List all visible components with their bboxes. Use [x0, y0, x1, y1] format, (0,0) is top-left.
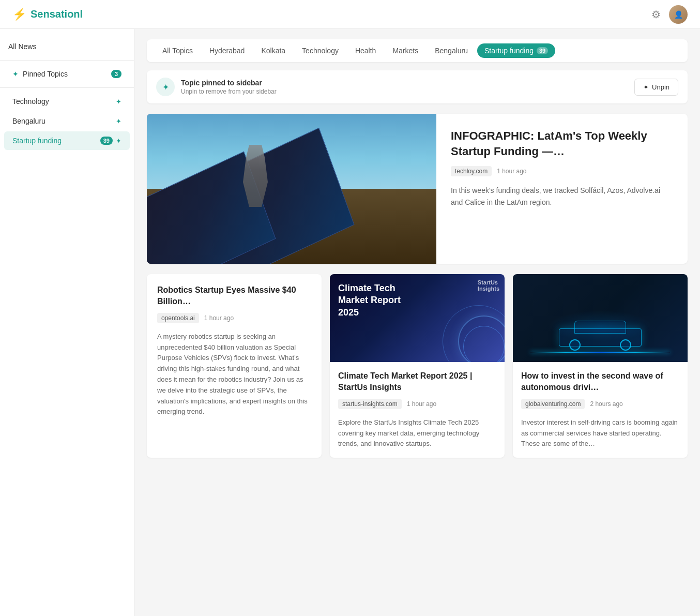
tab-bengaluru[interactable]: Bengaluru [428, 43, 475, 58]
tab-startup-funding-count: 39 [537, 47, 548, 54]
featured-article-card[interactable]: INFOGRAPHIC: LatAm's Top Weekly Startup … [147, 114, 688, 264]
card-climate-image-text: Climate TechMarket Report2025 [338, 282, 401, 319]
featured-article-source: techloy.com [451, 166, 492, 176]
sidebar-item-tech-left: Technology [12, 97, 49, 106]
sidebar-item-bengaluru-label: Bengaluru [12, 117, 45, 125]
header-right: ⚙ 👤 [651, 5, 688, 24]
pinned-banner-text: Topic pinned to sidebar Unpin to remove … [181, 79, 277, 95]
tab-markets[interactable]: Markets [385, 43, 425, 58]
app-name: Sensationl [31, 8, 83, 20]
sidebar-item-pinned-label: Pinned Topics [23, 70, 68, 78]
card-autonomous-image-area [513, 274, 688, 362]
featured-article-content: INFOGRAPHIC: LatAm's Top Weekly Startup … [436, 114, 688, 264]
card-climate-image: Climate TechMarket Report2025 StartUsIns… [330, 274, 505, 362]
article-card-climate[interactable]: Climate TechMarket Report2025 StartUsIns… [330, 274, 505, 458]
card-autonomous-meta: globalventuring.com 2 hours ago [521, 399, 679, 409]
main-layout: All News ✦ Pinned Topics 3 Technology ✦ … [0, 29, 700, 616]
avatar[interactable]: 👤 [669, 5, 688, 24]
startup-right: 39 ✦ [100, 137, 121, 145]
sidebar-item-pinned-left: ✦ Pinned Topics [12, 70, 68, 78]
article-card-autonomous[interactable]: How to invest in the second wave of auto… [513, 274, 688, 458]
solar-panel-scene [147, 114, 436, 264]
sidebar-item-bengaluru-left: Bengaluru [12, 117, 45, 125]
card-robotics-time: 1 hour ago [204, 314, 234, 322]
card-robotics-body: Robotics Startup Eyes Massive $40 Billio… [147, 274, 322, 428]
unpin-icon: ✦ [643, 83, 649, 91]
card-robotics-excerpt: A mystery robotics startup is seeking an… [157, 332, 311, 417]
settings-icon[interactable]: ⚙ [651, 8, 661, 21]
header: ⚡ Sensationl ⚙ 👤 [0, 0, 700, 29]
card-autonomous-image [513, 274, 688, 362]
tab-technology[interactable]: Technology [295, 43, 346, 58]
tab-all-topics[interactable]: All Topics [155, 43, 200, 58]
card-autonomous-body: How to invest in the second wave of auto… [513, 362, 688, 458]
pinned-banner-left: ✦ Topic pinned to sidebar Unpin to remov… [156, 78, 277, 96]
logo-icon: ⚡ [12, 8, 26, 21]
sidebar-item-bengaluru[interactable]: Bengaluru ✦ [4, 112, 130, 130]
road-glow [530, 352, 670, 353]
tab-health[interactable]: Health [348, 43, 383, 58]
cards-grid: Robotics Startup Eyes Massive $40 Billio… [147, 274, 688, 458]
sidebar-item-all-news[interactable]: All News [0, 37, 134, 56]
topic-tabs: All Topics Hyderabad Kolkata Technology … [147, 39, 688, 62]
pinned-banner-subtitle: Unpin to remove from your sidebar [181, 88, 277, 95]
sidebar-item-technology[interactable]: Technology ✦ [4, 92, 130, 111]
card-climate-time: 1 hour ago [407, 400, 436, 408]
startup-funding-badge: 39 [100, 137, 113, 145]
pinned-topics-badge: 3 [111, 70, 121, 78]
card-robotics-meta: opentools.ai 1 hour ago [157, 313, 311, 323]
featured-article-time: 1 hour ago [497, 168, 526, 175]
featured-article-image [147, 114, 436, 264]
app-logo[interactable]: ⚡ Sensationl [12, 8, 83, 21]
pin-icon: ✦ [12, 70, 19, 78]
card-climate-image-area: Climate TechMarket Report2025 StartUsIns… [330, 274, 505, 362]
pinned-banner-icon: ✦ [156, 78, 175, 96]
unpin-label: Unpin [652, 83, 669, 91]
card-robotics-title: Robotics Startup Eyes Massive $40 Billio… [157, 284, 311, 308]
tab-startup-funding-label: Startup funding [484, 47, 534, 55]
sidebar-item-pinned-topics[interactable]: ✦ Pinned Topics 3 [4, 65, 130, 83]
sidebar-divider [0, 60, 134, 61]
avatar-image: 👤 [669, 5, 688, 24]
card-autonomous-excerpt: Investor interest in self-driving cars i… [521, 417, 679, 449]
sidebar: All News ✦ Pinned Topics 3 Technology ✦ … [0, 29, 134, 616]
tab-hyderabad[interactable]: Hyderabad [202, 43, 252, 58]
featured-article-title: INFOGRAPHIC: LatAm's Top Weekly Startup … [451, 128, 673, 159]
tab-startup-funding[interactable]: Startup funding 39 [477, 43, 555, 58]
sidebar-item-startup-label: Startup funding [12, 137, 62, 145]
article-card-robotics[interactable]: Robotics Startup Eyes Massive $40 Billio… [147, 274, 322, 458]
card-climate-meta: startus-insights.com 1 hour ago [338, 399, 496, 409]
card-climate-title: Climate Tech Market Report 2025 | StartU… [338, 370, 496, 394]
pinned-banner-title: Topic pinned to sidebar [181, 79, 277, 87]
card-robotics-source: opentools.ai [157, 313, 199, 323]
card-climate-body: Climate Tech Market Report 2025 | StartU… [330, 362, 505, 458]
circle-deco-inner [463, 326, 505, 362]
ambient-glow [549, 310, 652, 341]
card-climate-excerpt: Explore the StartUs Insights Climate Tec… [338, 417, 496, 449]
main-content: All Topics Hyderabad Kolkata Technology … [134, 29, 700, 616]
sidebar-item-technology-label: Technology [12, 97, 49, 106]
card-autonomous-source: globalventuring.com [521, 399, 585, 409]
featured-article-meta: techloy.com 1 hour ago [451, 166, 673, 176]
featured-article-excerpt: In this week's funding deals, we tracked… [451, 185, 673, 208]
sidebar-item-startup-funding[interactable]: Startup funding 39 ✦ [4, 131, 130, 150]
card-autonomous-title: How to invest in the second wave of auto… [521, 370, 679, 394]
card-climate-source: startus-insights.com [338, 399, 402, 409]
tech-pin-icon[interactable]: ✦ [116, 98, 121, 106]
card-autonomous-time: 2 hours ago [590, 400, 622, 408]
startus-logo: StartUsInsights [478, 279, 499, 292]
sidebar-divider-2 [0, 87, 134, 88]
tab-kolkata[interactable]: Kolkata [254, 43, 293, 58]
unpin-button[interactable]: ✦ Unpin [634, 79, 678, 96]
startup-pin-icon[interactable]: ✦ [116, 137, 121, 145]
pinned-banner: ✦ Topic pinned to sidebar Unpin to remov… [147, 70, 688, 103]
sidebar-item-startup-left: Startup funding [12, 137, 62, 145]
bengaluru-pin-icon[interactable]: ✦ [116, 117, 121, 125]
